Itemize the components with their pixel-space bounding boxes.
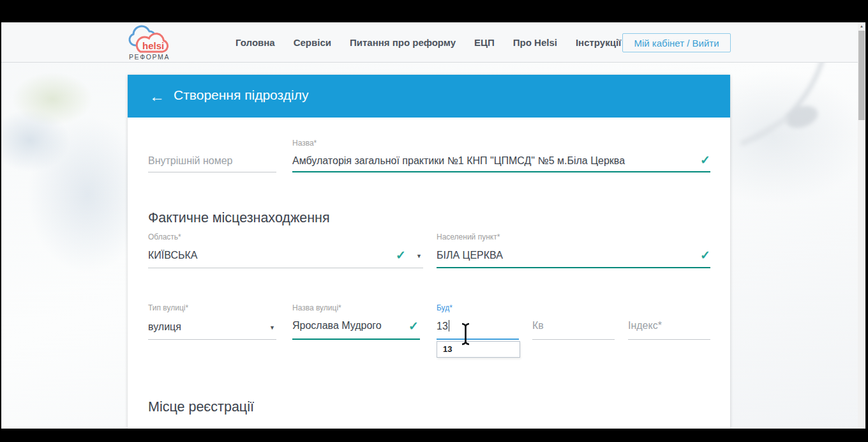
page-title: Створення підрозділу (174, 88, 308, 103)
region-value: КИЇВСЬКА (148, 250, 197, 261)
settlement-value: БІЛА ЦЕРКВА (437, 250, 503, 261)
region-select[interactable]: Область* КИЇВСЬКА ✓ ▼ (148, 232, 423, 268)
settlement-label: Населений пункт* (437, 232, 500, 241)
street-type-select[interactable]: Тип вулиці* вулиця ▼ (148, 303, 276, 340)
postal-code-input[interactable]: Індекс* (628, 303, 710, 340)
settlement-valid-check-icon: ✓ (700, 248, 710, 263)
apartment-placeholder: Кв (532, 320, 544, 332)
internal-number-input[interactable]: Внутрішній номер (148, 139, 276, 172)
letterboxed-screen: helsi РЕФОРМА Головна Сервіси Питання пр… (0, 0, 868, 442)
helsi-cloud-icon: helsi (125, 24, 174, 54)
postal-code-placeholder: Індекс* (628, 320, 662, 332)
region-valid-check-icon: ✓ (396, 248, 406, 263)
street-name-value: Ярослава Мудрого (292, 320, 382, 332)
section-actual-location: Фактичне місцезнаходження (148, 210, 330, 226)
region-dropdown-icon[interactable]: ▼ (416, 253, 422, 259)
street-type-value: вулиця (148, 321, 181, 333)
browser-page: helsi РЕФОРМА Головна Сервіси Питання пр… (1, 22, 865, 429)
scrollbar-up-icon[interactable]: ▲ (858, 22, 865, 30)
street-name-valid-check-icon: ✓ (408, 319, 419, 333)
nav-item-about-helsi[interactable]: Про Helsi (513, 37, 557, 48)
back-arrow-icon[interactable]: ← (147, 86, 167, 107)
nav-item-instructions[interactable]: Інструкції (576, 37, 621, 48)
scrollbar-thumb[interactable] (858, 31, 865, 120)
account-logout-button[interactable]: Мій кабінет / Вийти (622, 33, 731, 52)
settlement-input[interactable]: Населений пункт* БІЛА ЦЕРКВА ✓ (437, 232, 710, 268)
building-autocomplete-dropdown: 13 (437, 341, 520, 358)
street-name-label: Назва вулиці* (292, 303, 341, 312)
name-label: Назва* (292, 139, 317, 148)
subdivision-form-card: ← Створення підрозділу Внутрішній номер … (128, 75, 730, 429)
street-name-input[interactable]: Назва вулиці* Ярослава Мудрого ✓ (292, 303, 420, 340)
main-nav: Головна Сервіси Питання про реформу ЕЦП … (236, 22, 621, 63)
autocomplete-option-13[interactable]: 13 (437, 342, 520, 357)
background-headset-photo (731, 48, 865, 252)
nav-item-ecp[interactable]: ЕЦП (474, 37, 495, 48)
apartment-input[interactable]: Кв (532, 303, 615, 340)
helsi-logo[interactable]: helsi РЕФОРМА (125, 24, 174, 62)
logo-brand-text: helsi (142, 40, 164, 51)
nav-item-services[interactable]: Сервіси (294, 37, 331, 48)
region-label: Область* (148, 232, 181, 241)
mouse-cursor-ibeam-icon (460, 322, 471, 346)
building-input[interactable]: Буд* 13 (437, 303, 519, 340)
street-type-dropdown-icon[interactable]: ▼ (269, 324, 275, 331)
building-value: 13 (437, 320, 449, 332)
building-label: Буд* (437, 303, 453, 312)
name-value: Амбулаторія загальної практики №1 КНП "Ц… (292, 155, 625, 167)
logo-subtitle: РЕФОРМА (125, 53, 174, 61)
site-header: helsi РЕФОРМА Головна Сервіси Питання пр… (1, 22, 865, 63)
name-valid-check-icon: ✓ (700, 153, 710, 167)
nav-item-home[interactable]: Головна (236, 37, 275, 48)
street-type-label: Тип вулиці* (148, 303, 188, 312)
name-input[interactable]: Назва* Амбулаторія загальної практики №1… (292, 139, 710, 172)
internal-number-placeholder: Внутрішній номер (148, 155, 232, 167)
scrollbar-track[interactable]: ▲ (858, 22, 865, 429)
section-registration: Місце реєстрації (148, 399, 254, 415)
nav-item-reform-questions[interactable]: Питання про реформу (350, 37, 456, 48)
card-title-bar: ← Створення підрозділу (128, 75, 730, 118)
text-caret (449, 320, 450, 332)
